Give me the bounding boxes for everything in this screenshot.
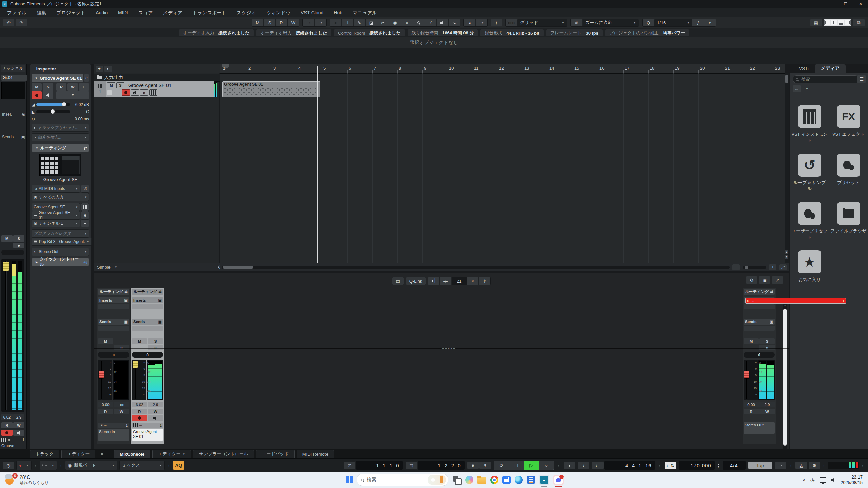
snap-icon[interactable]: ⋊⋉ [506,19,517,26]
midi-input-select[interactable]: ⇥All MIDI Inputs▼ [32,185,80,193]
edit-channel-button[interactable]: e [760,345,775,350]
goto-left-locator-icon[interactable]: ◸ [344,462,355,469]
start-button[interactable] [346,476,353,483]
send-slot[interactable] [98,326,129,331]
channel-sends-label[interactable]: Sends▣ [1,134,26,140]
sends-section[interactable]: Sends▣ [132,319,163,325]
tray-chevron-up-icon[interactable]: ˄ [803,477,806,483]
pan-control[interactable]: c [744,352,775,358]
listen-button[interactable]: L [79,83,89,91]
solo-button[interactable]: S [760,338,775,344]
cubase-taskbar-icon[interactable]: « [539,475,549,485]
mixconsole-scroll-thumb[interactable] [783,309,787,446]
routing-section[interactable]: ルーティング⇄ [132,289,163,295]
midi-cycle-mode-select[interactable]: ミックス▼ [119,461,165,470]
write-button[interactable]: W [760,409,775,414]
edit-channel-icon[interactable]: e [140,89,148,96]
monitor-icon[interactable] [13,430,24,436]
write-button[interactable]: W [148,409,163,414]
output-routing-select[interactable]: ⇤Stereo Out▼ [32,248,89,256]
mute-button[interactable]: M [132,338,147,344]
transport-clock-icon[interactable]: ◷ [3,462,14,469]
autoscroll-dropdown[interactable]: ▼ [315,19,326,26]
split-tool-icon[interactable]: ✂ [377,19,389,26]
glue-tool-icon[interactable]: ◉ [389,19,401,26]
tab-midi-remote[interactable]: MIDI Remote [297,450,334,458]
quantize-select[interactable]: 1/16▼ [654,19,692,26]
io-row[interactable]: ⇤∞1 [745,298,846,304]
add-track-icon[interactable]: + [96,66,103,72]
metronome-setup-icon[interactable]: ◭ [795,462,807,469]
task-view-icon[interactable] [452,475,461,484]
peak-value[interactable]: 2.9 [148,402,163,407]
read-button[interactable]: R [744,409,759,414]
read-button[interactable]: R [56,83,66,91]
cycle-button[interactable]: ↺ [494,461,509,470]
media-tile-keys[interactable]: VST インスト...ント [790,105,829,143]
scroll-up-icon[interactable]: ˄ [783,304,787,307]
monitor-icon[interactable] [148,415,163,421]
lower-zone-toggle-icon[interactable] [831,20,837,25]
qlink-button[interactable]: Q-Link [406,277,426,285]
instrument-select[interactable]: Groove Agent SE▼ [32,203,80,211]
program-selector[interactable]: プログラムセレクター▼ [32,229,89,238]
setup-toolbar-icon[interactable]: ⧉ [853,19,865,26]
channel-slot[interactable]: Gr.01 [1,75,27,81]
record-enable-icon[interactable] [122,89,130,96]
mixer-channel-stereo-in[interactable]: ルーティング⇄Inserts▣Sends▣Mec6051015∞01224400… [97,288,130,444]
midi-record-mode-select[interactable]: ◉新規パート▼ [65,461,117,470]
tab-vsti[interactable]: VSTi [793,64,815,73]
volume-value[interactable]: 0.00 [98,402,113,407]
stop-button[interactable]: □ [509,461,524,470]
zoom-tool-icon[interactable] [413,19,425,26]
sends-section[interactable]: Sends▣ [98,319,129,325]
back-icon[interactable]: ← [793,85,801,92]
section-routing[interactable]: ▼ルーティング⇄ [32,144,89,152]
track-row[interactable]: 1 M S Groove Agent SE 01 e [94,81,217,97]
punch-out-icon[interactable]: ⇞ [479,462,491,469]
automation-s-button[interactable]: S [264,19,276,26]
midi-channel-select[interactable]: ◉チャンネル 1▼ [32,219,80,227]
record-enable-icon[interactable] [1,430,13,436]
line-tool-icon[interactable]: ∕ [425,19,437,26]
range-select-tool-icon[interactable]: ⌶ [342,19,354,26]
instrument-icon[interactable] [149,89,157,96]
media-tile-file-browser[interactable]: ファイルブラウザー [829,202,868,240]
tap-tempo-button[interactable]: Tap [748,462,772,469]
audio-record-mode-select[interactable]: ▼ [40,461,57,470]
track-preset-icon[interactable]: ◐ [104,66,112,72]
tempo-display[interactable]: 170.000 [679,461,715,470]
notes-app-icon[interactable] [527,476,535,484]
peak-value[interactable]: 2.9 [760,402,775,407]
chrome-icon[interactable] [490,476,498,484]
mixer-channel-groove-agent-se-01[interactable]: ルーティング⇄Inserts▣Sends▣MSec6051015∞0122440… [131,288,164,444]
menu-item-VST Cloud[interactable]: VST Cloud [296,8,329,17]
zoom-preset-icon[interactable]: ⤢ [779,264,787,270]
fader[interactable]: 6051015∞ [132,360,146,400]
section-quick-controls[interactable]: ▶クイックコントロール◎ [32,258,89,266]
fader[interactable]: 6051015∞ [98,360,112,400]
read-button[interactable]: R [132,409,147,414]
clock-app-icon[interactable]: ◷ [810,477,815,483]
metronome-click-icon[interactable]: ◑ [564,462,575,469]
fader-handle[interactable] [744,371,749,378]
menu-item-MIDI[interactable]: MIDI [113,8,133,17]
weather-widget[interactable]: 6 28°C 晴れのちくもり [5,474,106,486]
record-enable-icon[interactable] [32,92,42,99]
scroll-lr-icon[interactable]: ◂▸ [440,277,452,285]
tab-コードパッド[interactable]: コードパッド [256,450,295,458]
zoom-slider[interactable] [743,266,766,269]
menu-item-スコア[interactable]: スコア [133,8,158,17]
media-tile-preset[interactable]: プリセット [829,154,868,192]
comp-tool-icon[interactable]: ↝ [449,19,460,26]
zoom-out-icon[interactable]: − [732,264,740,270]
channel-inserts-label[interactable]: Inser.◉ [1,111,26,117]
pan-control[interactable]: c [132,352,163,358]
draw-tool-icon[interactable]: ✎ [354,19,366,26]
left-zone-toggle-icon[interactable] [824,20,830,25]
mixer-channel-stereo-out[interactable]: ルーティング⇄Inserts▣Sends▣MSec6051015∞0122440… [743,288,776,444]
lower-zone-show-icon[interactable] [838,20,844,25]
home-icon[interactable]: ⌂ [803,85,811,92]
read-button[interactable]: R [98,409,113,414]
read-button[interactable]: R [1,422,13,428]
